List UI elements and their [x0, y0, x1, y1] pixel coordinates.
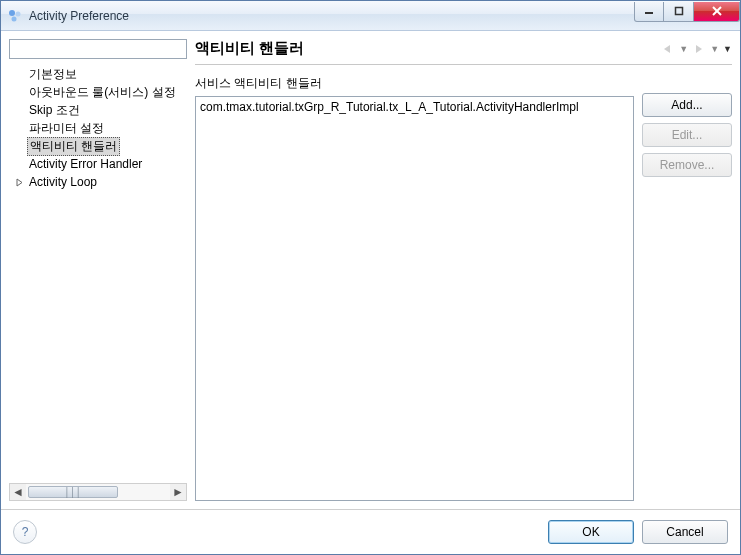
- tree-item[interactable]: Activity Error Handler: [9, 155, 187, 173]
- search-input[interactable]: [9, 39, 187, 59]
- tree-item-label: Skip 조건: [27, 102, 82, 119]
- dialog-footer: ? OK Cancel: [1, 509, 740, 554]
- main-panel: 액티비티 핸들러 ▼ ▼ ▼ 서비스 액티비티 핸들러 com.tmax.t: [195, 39, 732, 501]
- scroll-left-arrow-icon[interactable]: ◄: [10, 484, 26, 500]
- sidebar: 기본정보아웃바운드 룰(서비스) 설정Skip 조건파라미터 설정액티비티 핸들…: [9, 39, 187, 501]
- scroll-track[interactable]: │││: [26, 484, 170, 500]
- tree-item[interactable]: 파라미터 설정: [9, 119, 187, 137]
- nav-back-menu-icon[interactable]: ▼: [679, 44, 688, 54]
- form-row: 서비스 액티비티 핸들러 com.tmax.tutorial.txGrp_R_T…: [195, 75, 732, 501]
- side-button-column: Add... Edit... Remove...: [642, 75, 732, 501]
- add-button[interactable]: Add...: [642, 93, 732, 117]
- tree-item[interactable]: Skip 조건: [9, 101, 187, 119]
- view-menu-icon[interactable]: ▼: [723, 44, 732, 54]
- cancel-button[interactable]: Cancel: [642, 520, 728, 544]
- svg-rect-4: [675, 8, 682, 15]
- remove-button[interactable]: Remove...: [642, 153, 732, 177]
- nav-back-icon[interactable]: [661, 43, 675, 55]
- help-icon[interactable]: ?: [13, 520, 37, 544]
- list-item[interactable]: com.tmax.tutorial.txGrp_R_Tutorial.tx_L_…: [198, 99, 631, 115]
- tree-item-label: Activity Loop: [27, 175, 99, 189]
- tree-item-label: Activity Error Handler: [27, 157, 144, 171]
- tree-view[interactable]: 기본정보아웃바운드 룰(서비스) 설정Skip 조건파라미터 설정액티비티 핸들…: [9, 63, 187, 483]
- edit-button[interactable]: Edit...: [642, 123, 732, 147]
- scroll-right-arrow-icon[interactable]: ►: [170, 484, 186, 500]
- title-bar[interactable]: Activity Preference: [1, 1, 740, 31]
- main-header: 액티비티 핸들러 ▼ ▼ ▼: [195, 39, 732, 65]
- tree-item[interactable]: 액티비티 핸들러: [9, 137, 187, 155]
- tree-item-label: 기본정보: [27, 66, 79, 83]
- tree-item-label: 파라미터 설정: [27, 120, 106, 137]
- ok-button[interactable]: OK: [548, 520, 634, 544]
- chevron-right-icon[interactable]: [13, 176, 25, 188]
- header-nav: ▼ ▼ ▼: [661, 43, 732, 55]
- handler-field: 서비스 액티비티 핸들러 com.tmax.tutorial.txGrp_R_T…: [195, 75, 634, 501]
- dialog-window: Activity Preference 기본정보아웃바운드 룰(서비스) 설정S…: [0, 0, 741, 555]
- close-button[interactable]: [694, 2, 740, 22]
- app-icon: [7, 8, 23, 24]
- horizontal-scrollbar[interactable]: ◄ │││ ►: [9, 483, 187, 501]
- handler-listbox[interactable]: com.tmax.tutorial.txGrp_R_Tutorial.tx_L_…: [195, 96, 634, 501]
- nav-forward-menu-icon[interactable]: ▼: [710, 44, 719, 54]
- tree-item[interactable]: 기본정보: [9, 65, 187, 83]
- tree-item[interactable]: 아웃바운드 룰(서비스) 설정: [9, 83, 187, 101]
- minimize-button[interactable]: [634, 2, 664, 22]
- maximize-button[interactable]: [664, 2, 694, 22]
- dialog-body: 기본정보아웃바운드 룰(서비스) 설정Skip 조건파라미터 설정액티비티 핸들…: [1, 31, 740, 509]
- window-title: Activity Preference: [29, 9, 634, 23]
- page-title: 액티비티 핸들러: [195, 39, 661, 58]
- window-controls: [634, 2, 740, 22]
- svg-point-1: [16, 11, 21, 16]
- svg-point-0: [9, 10, 15, 16]
- field-label: 서비스 액티비티 핸들러: [195, 75, 634, 92]
- tree-item[interactable]: Activity Loop: [9, 173, 187, 191]
- nav-forward-icon[interactable]: [692, 43, 706, 55]
- svg-point-2: [12, 16, 17, 21]
- scroll-thumb[interactable]: │││: [28, 486, 118, 498]
- tree-item-label: 액티비티 핸들러: [27, 137, 120, 156]
- tree-item-label: 아웃바운드 룰(서비스) 설정: [27, 84, 178, 101]
